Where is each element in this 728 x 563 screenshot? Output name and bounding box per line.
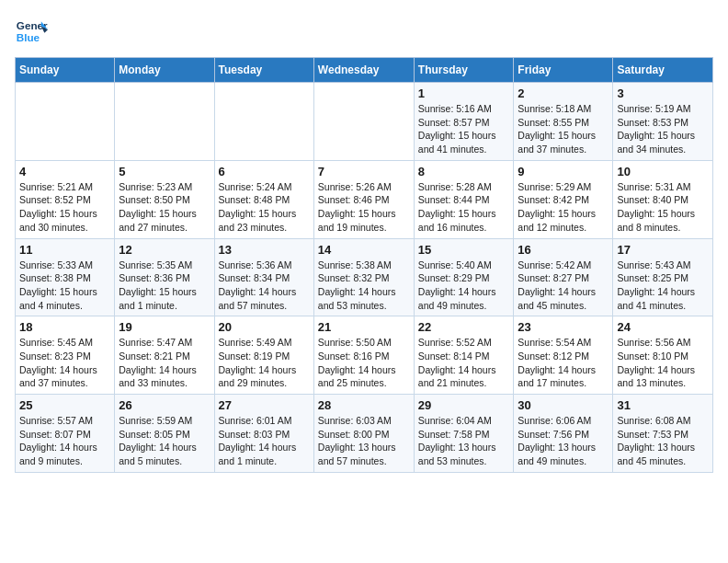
calendar-cell: 26Sunrise: 5:59 AM Sunset: 8:05 PM Dayli… xyxy=(115,395,214,473)
weekday-header-monday: Monday xyxy=(115,58,214,83)
calendar-week-3: 11Sunrise: 5:33 AM Sunset: 8:38 PM Dayli… xyxy=(16,238,713,316)
calendar-cell: 23Sunrise: 5:54 AM Sunset: 8:12 PM Dayli… xyxy=(514,316,613,395)
day-info: Sunrise: 6:08 AM Sunset: 7:53 PM Dayligh… xyxy=(617,414,709,468)
day-info: Sunrise: 5:16 AM Sunset: 8:57 PM Dayligh… xyxy=(418,102,510,156)
calendar-cell: 31Sunrise: 6:08 AM Sunset: 7:53 PM Dayli… xyxy=(613,395,713,473)
calendar-cell xyxy=(214,83,313,161)
day-number: 2 xyxy=(518,86,609,100)
day-info: Sunrise: 5:31 AM Sunset: 8:40 PM Dayligh… xyxy=(617,180,709,235)
day-number: 7 xyxy=(318,165,410,178)
day-number: 17 xyxy=(617,243,709,257)
calendar-cell: 8Sunrise: 5:28 AM Sunset: 8:44 PM Daylig… xyxy=(414,160,514,238)
logo-icon: General Blue xyxy=(15,15,48,48)
day-info: Sunrise: 5:52 AM Sunset: 8:14 PM Dayligh… xyxy=(418,336,510,390)
calendar-cell: 30Sunrise: 6:06 AM Sunset: 7:56 PM Dayli… xyxy=(514,395,613,473)
calendar-cell: 21Sunrise: 5:50 AM Sunset: 8:16 PM Dayli… xyxy=(313,316,414,395)
day-info: Sunrise: 5:28 AM Sunset: 8:44 PM Dayligh… xyxy=(418,180,510,235)
day-number: 4 xyxy=(19,165,110,178)
day-number: 21 xyxy=(318,320,410,334)
day-info: Sunrise: 5:54 AM Sunset: 8:12 PM Dayligh… xyxy=(518,336,609,390)
calendar-week-1: 1Sunrise: 5:16 AM Sunset: 8:57 PM Daylig… xyxy=(16,83,713,161)
day-info: Sunrise: 5:40 AM Sunset: 8:29 PM Dayligh… xyxy=(418,259,510,313)
calendar-cell: 3Sunrise: 5:19 AM Sunset: 8:53 PM Daylig… xyxy=(613,83,713,161)
day-number: 28 xyxy=(318,398,410,412)
calendar-table: SundayMondayTuesdayWednesdayThursdayFrid… xyxy=(15,57,713,473)
weekday-header-sunday: Sunday xyxy=(16,58,115,83)
calendar-cell: 2Sunrise: 5:18 AM Sunset: 8:55 PM Daylig… xyxy=(514,83,613,161)
calendar-cell: 16Sunrise: 5:42 AM Sunset: 8:27 PM Dayli… xyxy=(514,238,613,316)
day-info: Sunrise: 6:01 AM Sunset: 8:03 PM Dayligh… xyxy=(219,414,310,468)
day-number: 19 xyxy=(119,320,210,334)
day-number: 16 xyxy=(518,243,609,257)
calendar-cell: 25Sunrise: 5:57 AM Sunset: 8:07 PM Dayli… xyxy=(16,395,115,473)
day-info: Sunrise: 5:35 AM Sunset: 8:36 PM Dayligh… xyxy=(119,259,210,313)
svg-text:Blue: Blue xyxy=(17,31,40,43)
day-info: Sunrise: 5:21 AM Sunset: 8:52 PM Dayligh… xyxy=(19,180,110,235)
day-number: 9 xyxy=(518,165,609,178)
calendar-cell: 11Sunrise: 5:33 AM Sunset: 8:38 PM Dayli… xyxy=(16,238,115,316)
day-number: 23 xyxy=(518,320,609,334)
calendar-cell: 7Sunrise: 5:26 AM Sunset: 8:46 PM Daylig… xyxy=(313,160,414,238)
calendar-cell: 27Sunrise: 6:01 AM Sunset: 8:03 PM Dayli… xyxy=(214,395,313,473)
day-number: 24 xyxy=(617,320,709,334)
calendar-cell: 28Sunrise: 6:03 AM Sunset: 8:00 PM Dayli… xyxy=(313,395,414,473)
day-info: Sunrise: 5:49 AM Sunset: 8:19 PM Dayligh… xyxy=(219,336,310,390)
day-info: Sunrise: 6:04 AM Sunset: 7:58 PM Dayligh… xyxy=(418,414,510,468)
day-number: 11 xyxy=(19,243,110,257)
calendar-cell: 20Sunrise: 5:49 AM Sunset: 8:19 PM Dayli… xyxy=(214,316,313,395)
day-number: 18 xyxy=(19,320,110,334)
weekday-header-friday: Friday xyxy=(514,58,613,83)
calendar-cell xyxy=(16,83,115,161)
calendar-cell: 18Sunrise: 5:45 AM Sunset: 8:23 PM Dayli… xyxy=(16,316,115,395)
weekday-header-thursday: Thursday xyxy=(414,58,514,83)
day-info: Sunrise: 6:06 AM Sunset: 7:56 PM Dayligh… xyxy=(518,414,609,468)
weekday-header-saturday: Saturday xyxy=(613,58,713,83)
calendar-cell: 29Sunrise: 6:04 AM Sunset: 7:58 PM Dayli… xyxy=(414,395,514,473)
day-info: Sunrise: 5:50 AM Sunset: 8:16 PM Dayligh… xyxy=(318,336,410,390)
calendar-cell: 22Sunrise: 5:52 AM Sunset: 8:14 PM Dayli… xyxy=(414,316,514,395)
day-number: 31 xyxy=(617,398,709,412)
weekday-header-tuesday: Tuesday xyxy=(214,58,313,83)
day-info: Sunrise: 5:57 AM Sunset: 8:07 PM Dayligh… xyxy=(19,414,110,468)
calendar-cell: 12Sunrise: 5:35 AM Sunset: 8:36 PM Dayli… xyxy=(115,238,214,316)
calendar-header: SundayMondayTuesdayWednesdayThursdayFrid… xyxy=(16,58,713,83)
day-number: 12 xyxy=(119,243,210,257)
day-number: 14 xyxy=(318,243,410,257)
day-number: 5 xyxy=(119,165,210,178)
day-info: Sunrise: 6:03 AM Sunset: 8:00 PM Dayligh… xyxy=(318,414,410,468)
calendar-cell: 10Sunrise: 5:31 AM Sunset: 8:40 PM Dayli… xyxy=(613,160,713,238)
day-number: 25 xyxy=(19,398,110,412)
calendar-cell: 1Sunrise: 5:16 AM Sunset: 8:57 PM Daylig… xyxy=(414,83,514,161)
weekday-header-wednesday: Wednesday xyxy=(313,58,414,83)
day-info: Sunrise: 5:38 AM Sunset: 8:32 PM Dayligh… xyxy=(318,259,410,313)
day-number: 6 xyxy=(219,165,310,178)
calendar-cell: 4Sunrise: 5:21 AM Sunset: 8:52 PM Daylig… xyxy=(16,160,115,238)
day-number: 20 xyxy=(219,320,310,334)
day-info: Sunrise: 5:19 AM Sunset: 8:53 PM Dayligh… xyxy=(617,102,709,156)
day-number: 30 xyxy=(518,398,609,412)
calendar-cell: 9Sunrise: 5:29 AM Sunset: 8:42 PM Daylig… xyxy=(514,160,613,238)
calendar-cell: 17Sunrise: 5:43 AM Sunset: 8:25 PM Dayli… xyxy=(613,238,713,316)
day-number: 13 xyxy=(219,243,310,257)
calendar-cell: 15Sunrise: 5:40 AM Sunset: 8:29 PM Dayli… xyxy=(414,238,514,316)
day-info: Sunrise: 5:36 AM Sunset: 8:34 PM Dayligh… xyxy=(219,259,310,313)
day-info: Sunrise: 5:43 AM Sunset: 8:25 PM Dayligh… xyxy=(617,259,709,313)
calendar-week-2: 4Sunrise: 5:21 AM Sunset: 8:52 PM Daylig… xyxy=(16,160,713,238)
calendar-cell: 13Sunrise: 5:36 AM Sunset: 8:34 PM Dayli… xyxy=(214,238,313,316)
day-info: Sunrise: 5:26 AM Sunset: 8:46 PM Dayligh… xyxy=(318,180,410,235)
day-info: Sunrise: 5:59 AM Sunset: 8:05 PM Dayligh… xyxy=(119,414,210,468)
calendar-cell xyxy=(115,83,214,161)
calendar-cell: 14Sunrise: 5:38 AM Sunset: 8:32 PM Dayli… xyxy=(313,238,414,316)
day-number: 15 xyxy=(418,243,510,257)
calendar-cell: 19Sunrise: 5:47 AM Sunset: 8:21 PM Dayli… xyxy=(115,316,214,395)
day-number: 8 xyxy=(418,165,510,178)
day-number: 1 xyxy=(418,86,510,100)
day-info: Sunrise: 5:45 AM Sunset: 8:23 PM Dayligh… xyxy=(19,336,110,390)
calendar-cell: 5Sunrise: 5:23 AM Sunset: 8:50 PM Daylig… xyxy=(115,160,214,238)
day-info: Sunrise: 5:18 AM Sunset: 8:55 PM Dayligh… xyxy=(518,102,609,156)
day-number: 3 xyxy=(617,86,709,100)
day-info: Sunrise: 5:29 AM Sunset: 8:42 PM Dayligh… xyxy=(518,180,609,235)
day-number: 10 xyxy=(617,165,709,178)
day-info: Sunrise: 5:23 AM Sunset: 8:50 PM Dayligh… xyxy=(119,180,210,235)
calendar-cell: 24Sunrise: 5:56 AM Sunset: 8:10 PM Dayli… xyxy=(613,316,713,395)
